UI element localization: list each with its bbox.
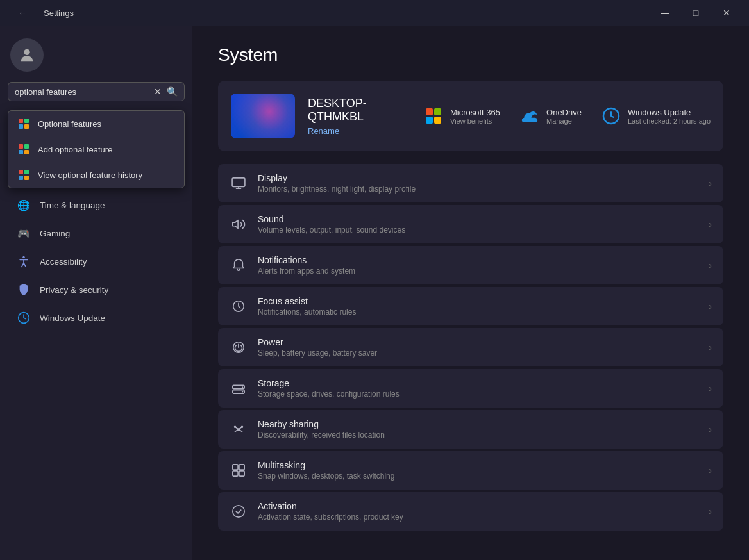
settings-item-sub-notifications: Alerts from apps and system: [258, 267, 698, 276]
service-name-onedrive: OneDrive: [546, 108, 582, 117]
pc-info: DESKTOP-QTHMKBL Rename: [308, 97, 410, 136]
svg-marker-10: [233, 220, 238, 229]
settings-item-focus-assist[interactable]: Focus assist Notifications, automatic ru…: [218, 287, 723, 325]
service-sub-microsoft365: View benefits: [450, 117, 500, 125]
svg-point-15: [242, 391, 244, 393]
dropdown-item-label: Optional features: [38, 119, 101, 129]
pc-name: DESKTOP-QTHMKBL: [308, 97, 410, 124]
display-icon: [230, 174, 248, 192]
svg-point-14: [242, 386, 244, 388]
close-button[interactable]: ✕: [712, 3, 741, 23]
search-submit-button[interactable]: 🔍: [167, 86, 178, 97]
sidebar-item-privacy-security[interactable]: Privacy & security: [5, 276, 187, 303]
settings-item-text-multitasking: Multitasking Snap windows, desktops, tas…: [258, 460, 698, 481]
settings-item-title-display: Display: [258, 173, 698, 183]
chevron-icon-display: ›: [709, 178, 712, 188]
chevron-icon-storage: ›: [709, 383, 712, 393]
service-windows-update[interactable]: Windows Update Last checked: 2 hours ago: [601, 106, 711, 126]
view-history-icon: [17, 169, 30, 181]
storage-icon: [230, 379, 248, 397]
windows-update-icon: [17, 311, 31, 325]
chevron-icon-power: ›: [709, 342, 712, 352]
service-onedrive[interactable]: OneDrive Manage: [519, 106, 582, 126]
back-button[interactable]: ←: [8, 3, 37, 23]
svg-point-23: [233, 506, 244, 517]
chevron-icon-sound: ›: [709, 219, 712, 229]
svg-rect-22: [239, 471, 244, 476]
settings-item-storage[interactable]: Storage Storage space, drives, configura…: [218, 369, 723, 408]
search-box: ✕ 🔍: [8, 82, 185, 101]
settings-item-text-activation: Activation Activation state, subscriptio…: [258, 501, 698, 522]
service-sub-windows-update: Last checked: 2 hours ago: [628, 117, 711, 125]
multitasking-icon: [230, 461, 248, 479]
settings-item-sub-nearby-sharing: Discoverability, received files location: [258, 431, 698, 440]
dropdown-item-label: Add optional feature: [38, 145, 112, 154]
sidebar-item-time-language[interactable]: 🌐 Time & language: [5, 192, 187, 218]
settings-item-activation[interactable]: Activation Activation state, subscriptio…: [218, 492, 723, 531]
service-microsoft365[interactable]: Microsoft 365 View benefits: [423, 106, 500, 126]
settings-item-power[interactable]: Power Sleep, battery usage, battery save…: [218, 328, 723, 366]
chevron-icon-activation: ›: [709, 506, 712, 516]
power-icon: [230, 338, 248, 356]
settings-item-notifications[interactable]: Notifications Alerts from apps and syste…: [218, 246, 723, 284]
page-title: System: [218, 45, 723, 65]
settings-item-text-storage: Storage Storage space, drives, configura…: [258, 378, 698, 399]
settings-item-text-sound: Sound Volume levels, output, input, soun…: [258, 214, 698, 235]
privacy-security-icon: [17, 283, 31, 297]
pc-rename-link[interactable]: Rename: [308, 126, 410, 136]
settings-item-title-focus-assist: Focus assist: [258, 296, 698, 306]
settings-item-sub-display: Monitors, brightness, night light, displ…: [258, 185, 698, 194]
dropdown-item-view-history[interactable]: View optional feature history: [8, 162, 184, 188]
search-input[interactable]: [15, 87, 149, 97]
search-container: ✕ 🔍 Optional features: [0, 82, 192, 106]
service-name-microsoft365: Microsoft 365: [450, 108, 500, 117]
svg-point-16: [241, 426, 244, 429]
main-content: System DESKTOP-QTHMKBL Rename: [192, 26, 749, 560]
settings-item-text-focus-assist: Focus assist Notifications, automatic ru…: [258, 296, 698, 317]
settings-item-multitasking[interactable]: Multitasking Snap windows, desktops, tas…: [218, 451, 723, 490]
settings-item-nearby-sharing[interactable]: Nearby sharing Discoverability, received…: [218, 410, 723, 449]
pc-services: Microsoft 365 View benefits OneDrive Man…: [423, 106, 711, 126]
settings-item-sub-power: Sleep, battery usage, battery saver: [258, 349, 698, 358]
gaming-icon: 🎮: [17, 226, 31, 240]
microsoft365-icon: [423, 106, 444, 126]
dropdown-item-optional-features[interactable]: Optional features: [8, 111, 184, 136]
settings-item-sub-storage: Storage space, drives, configuration rul…: [258, 390, 698, 399]
search-clear-button[interactable]: ✕: [154, 86, 162, 97]
notifications-icon: [230, 256, 248, 274]
settings-item-display[interactable]: Display Monitors, brightness, night ligh…: [218, 164, 723, 202]
titlebar: ← Settings — □ ✕: [0, 0, 749, 26]
svg-rect-21: [233, 471, 238, 476]
settings-item-text-notifications: Notifications Alerts from apps and syste…: [258, 255, 698, 276]
windows-update-service-icon: [601, 106, 621, 126]
service-name-windows-update: Windows Update: [628, 108, 711, 117]
settings-item-sound[interactable]: Sound Volume levels, output, input, soun…: [218, 205, 723, 243]
settings-item-title-power: Power: [258, 337, 698, 347]
settings-item-title-sound: Sound: [258, 214, 698, 224]
maximize-button[interactable]: □: [681, 3, 711, 23]
chevron-icon-nearby-sharing: ›: [709, 424, 712, 434]
sidebar-item-accessibility[interactable]: Accessibility: [5, 248, 187, 275]
sidebar: ✕ 🔍 Optional features: [0, 26, 192, 560]
minimize-button[interactable]: —: [650, 3, 680, 23]
dropdown-item-add-optional-feature[interactable]: Add optional feature: [8, 136, 184, 162]
time-language-icon: 🌐: [17, 198, 31, 212]
svg-rect-20: [239, 465, 244, 470]
sidebar-item-gaming[interactable]: 🎮 Gaming: [5, 220, 187, 247]
settings-item-sub-multitasking: Snap windows, desktops, task switching: [258, 472, 698, 481]
sidebar-item-label: Time & language: [40, 201, 105, 210]
focus-assist-icon: [230, 297, 248, 315]
sidebar-item-label: Accessibility: [40, 257, 87, 267]
avatar[interactable]: [10, 38, 44, 72]
accessibility-icon: [17, 254, 31, 268]
sidebar-item-label: Windows Update: [40, 313, 105, 323]
service-info-onedrive: OneDrive Manage: [546, 108, 582, 125]
settings-item-text-display: Display Monitors, brightness, night ligh…: [258, 173, 698, 194]
titlebar-title: Settings: [44, 8, 74, 18]
titlebar-controls: — □ ✕: [650, 3, 741, 23]
sidebar-item-windows-update[interactable]: Windows Update: [5, 304, 187, 331]
settings-item-title-notifications: Notifications: [258, 255, 698, 265]
settings-item-title-nearby-sharing: Nearby sharing: [258, 419, 698, 429]
svg-point-6: [22, 256, 24, 258]
svg-point-18: [237, 428, 240, 431]
